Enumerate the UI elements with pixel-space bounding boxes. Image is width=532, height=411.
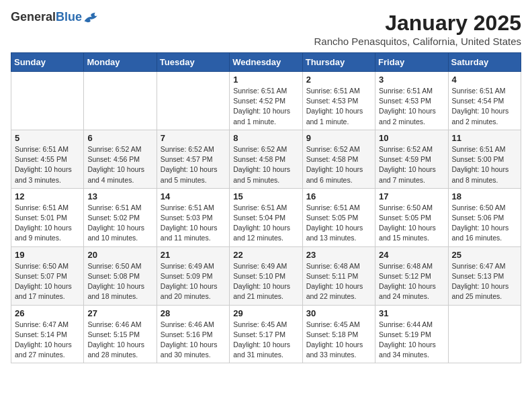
day-number: 30 xyxy=(306,308,371,318)
day-info: Sunrise: 6:52 AM Sunset: 4:56 PM Dayligh… xyxy=(87,144,152,185)
day-number: 25 xyxy=(452,250,517,260)
weekday-header-saturday: Saturday xyxy=(448,53,521,72)
day-info: Sunrise: 6:51 AM Sunset: 5:05 PM Dayligh… xyxy=(306,203,371,244)
day-info: Sunrise: 6:50 AM Sunset: 5:05 PM Dayligh… xyxy=(379,203,444,244)
day-number: 10 xyxy=(379,133,444,143)
calendar-cell xyxy=(157,72,229,130)
calendar-cell: 11Sunrise: 6:51 AM Sunset: 5:00 PM Dayli… xyxy=(448,130,521,188)
day-number: 11 xyxy=(452,133,517,143)
calendar-cell: 12Sunrise: 6:51 AM Sunset: 5:01 PM Dayli… xyxy=(11,188,84,246)
day-info: Sunrise: 6:51 AM Sunset: 5:03 PM Dayligh… xyxy=(161,203,226,244)
day-info: Sunrise: 6:51 AM Sunset: 5:04 PM Dayligh… xyxy=(233,203,298,244)
day-number: 3 xyxy=(379,75,444,85)
calendar-cell: 14Sunrise: 6:51 AM Sunset: 5:03 PM Dayli… xyxy=(157,188,229,246)
weekday-header-monday: Monday xyxy=(84,53,157,72)
day-info: Sunrise: 6:48 AM Sunset: 5:12 PM Dayligh… xyxy=(379,261,444,302)
logo-general-text: General xyxy=(11,10,56,24)
day-number: 29 xyxy=(233,308,298,318)
day-info: Sunrise: 6:49 AM Sunset: 5:10 PM Dayligh… xyxy=(233,261,298,302)
calendar-cell: 18Sunrise: 6:50 AM Sunset: 5:06 PM Dayli… xyxy=(448,188,521,246)
day-info: Sunrise: 6:50 AM Sunset: 5:06 PM Dayligh… xyxy=(452,203,517,244)
weekday-header-friday: Friday xyxy=(375,53,448,72)
week-row-5: 26Sunrise: 6:47 AM Sunset: 5:14 PM Dayli… xyxy=(11,305,521,363)
day-number: 7 xyxy=(161,133,226,143)
day-number: 21 xyxy=(161,250,226,260)
day-info: Sunrise: 6:51 AM Sunset: 5:01 PM Dayligh… xyxy=(15,203,80,244)
day-number: 12 xyxy=(15,191,80,201)
day-number: 17 xyxy=(379,191,444,201)
calendar-cell: 26Sunrise: 6:47 AM Sunset: 5:14 PM Dayli… xyxy=(11,305,84,363)
day-info: Sunrise: 6:51 AM Sunset: 4:53 PM Dayligh… xyxy=(379,86,444,127)
day-number: 1 xyxy=(233,75,298,85)
day-number: 15 xyxy=(233,191,298,201)
day-number: 24 xyxy=(379,250,444,260)
calendar-cell: 27Sunrise: 6:46 AM Sunset: 5:15 PM Dayli… xyxy=(84,305,157,363)
day-info: Sunrise: 6:51 AM Sunset: 4:55 PM Dayligh… xyxy=(15,144,80,185)
day-info: Sunrise: 6:51 AM Sunset: 5:02 PM Dayligh… xyxy=(87,203,152,244)
week-row-1: 1Sunrise: 6:51 AM Sunset: 4:52 PM Daylig… xyxy=(11,72,521,130)
weekday-header-row: SundayMondayTuesdayWednesdayThursdayFrid… xyxy=(11,53,521,72)
day-number: 18 xyxy=(452,191,517,201)
location-subtitle: Rancho Penasquitos, California, United S… xyxy=(314,36,521,47)
day-info: Sunrise: 6:45 AM Sunset: 5:17 PM Dayligh… xyxy=(233,320,298,361)
page-header: GeneralBlue January 2025 Rancho Penasqui… xyxy=(11,11,521,47)
day-info: Sunrise: 6:47 AM Sunset: 5:14 PM Dayligh… xyxy=(15,320,80,361)
day-info: Sunrise: 6:50 AM Sunset: 5:07 PM Dayligh… xyxy=(15,261,80,302)
logo: GeneralBlue xyxy=(11,11,99,24)
day-number: 6 xyxy=(87,133,152,143)
day-number: 16 xyxy=(306,191,371,201)
day-info: Sunrise: 6:45 AM Sunset: 5:18 PM Dayligh… xyxy=(306,320,371,361)
day-number: 27 xyxy=(87,308,152,318)
day-info: Sunrise: 6:48 AM Sunset: 5:11 PM Dayligh… xyxy=(306,261,371,302)
title-section: January 2025 Rancho Penasquitos, Califor… xyxy=(314,11,521,47)
calendar-cell: 2Sunrise: 6:51 AM Sunset: 4:53 PM Daylig… xyxy=(302,72,375,130)
week-row-2: 5Sunrise: 6:51 AM Sunset: 4:55 PM Daylig… xyxy=(11,130,521,188)
weekday-header-tuesday: Tuesday xyxy=(157,53,229,72)
weekday-header-thursday: Thursday xyxy=(302,53,375,72)
calendar-cell: 31Sunrise: 6:44 AM Sunset: 5:19 PM Dayli… xyxy=(375,305,448,363)
calendar-cell: 23Sunrise: 6:48 AM Sunset: 5:11 PM Dayli… xyxy=(302,246,375,305)
calendar-cell: 4Sunrise: 6:51 AM Sunset: 4:54 PM Daylig… xyxy=(448,72,521,130)
week-row-3: 12Sunrise: 6:51 AM Sunset: 5:01 PM Dayli… xyxy=(11,188,521,246)
day-number: 8 xyxy=(233,133,298,143)
day-info: Sunrise: 6:52 AM Sunset: 4:57 PM Dayligh… xyxy=(161,144,226,185)
day-number: 23 xyxy=(306,250,371,260)
calendar-cell xyxy=(11,72,84,130)
weekday-header-sunday: Sunday xyxy=(11,53,84,72)
logo-blue-text: Blue xyxy=(56,10,82,24)
calendar-cell: 15Sunrise: 6:51 AM Sunset: 5:04 PM Dayli… xyxy=(230,188,302,246)
month-year-title: January 2025 xyxy=(314,11,521,36)
day-number: 19 xyxy=(15,250,80,260)
calendar-cell: 9Sunrise: 6:52 AM Sunset: 4:58 PM Daylig… xyxy=(302,130,375,188)
day-info: Sunrise: 6:52 AM Sunset: 4:58 PM Dayligh… xyxy=(233,144,298,185)
calendar-cell: 7Sunrise: 6:52 AM Sunset: 4:57 PM Daylig… xyxy=(157,130,229,188)
day-info: Sunrise: 6:52 AM Sunset: 4:59 PM Dayligh… xyxy=(379,144,444,185)
calendar-cell: 30Sunrise: 6:45 AM Sunset: 5:18 PM Dayli… xyxy=(302,305,375,363)
day-info: Sunrise: 6:49 AM Sunset: 5:09 PM Dayligh… xyxy=(161,261,226,302)
calendar-cell: 6Sunrise: 6:52 AM Sunset: 4:56 PM Daylig… xyxy=(84,130,157,188)
calendar-cell: 17Sunrise: 6:50 AM Sunset: 5:05 PM Dayli… xyxy=(375,188,448,246)
calendar-cell: 22Sunrise: 6:49 AM Sunset: 5:10 PM Dayli… xyxy=(230,246,302,305)
day-number: 2 xyxy=(306,75,371,85)
day-number: 22 xyxy=(233,250,298,260)
day-info: Sunrise: 6:51 AM Sunset: 4:53 PM Dayligh… xyxy=(306,86,371,127)
day-info: Sunrise: 6:44 AM Sunset: 5:19 PM Dayligh… xyxy=(379,320,444,361)
calendar-cell xyxy=(84,72,157,130)
day-info: Sunrise: 6:50 AM Sunset: 5:08 PM Dayligh… xyxy=(87,261,152,302)
calendar-cell: 3Sunrise: 6:51 AM Sunset: 4:53 PM Daylig… xyxy=(375,72,448,130)
calendar-cell: 19Sunrise: 6:50 AM Sunset: 5:07 PM Dayli… xyxy=(11,246,84,305)
calendar-cell: 1Sunrise: 6:51 AM Sunset: 4:52 PM Daylig… xyxy=(230,72,302,130)
calendar-table: SundayMondayTuesdayWednesdayThursdayFrid… xyxy=(11,52,521,363)
day-number: 4 xyxy=(452,75,517,85)
day-info: Sunrise: 6:51 AM Sunset: 5:00 PM Dayligh… xyxy=(452,144,517,185)
day-number: 5 xyxy=(15,133,80,143)
calendar-cell: 21Sunrise: 6:49 AM Sunset: 5:09 PM Dayli… xyxy=(157,246,229,305)
day-info: Sunrise: 6:52 AM Sunset: 4:58 PM Dayligh… xyxy=(306,144,371,185)
calendar-cell xyxy=(448,305,521,363)
day-number: 13 xyxy=(87,191,152,201)
calendar-cell: 10Sunrise: 6:52 AM Sunset: 4:59 PM Dayli… xyxy=(375,130,448,188)
day-info: Sunrise: 6:47 AM Sunset: 5:13 PM Dayligh… xyxy=(452,261,517,302)
day-number: 9 xyxy=(306,133,371,143)
logo-bird-icon xyxy=(83,11,99,24)
calendar-cell: 25Sunrise: 6:47 AM Sunset: 5:13 PM Dayli… xyxy=(448,246,521,305)
